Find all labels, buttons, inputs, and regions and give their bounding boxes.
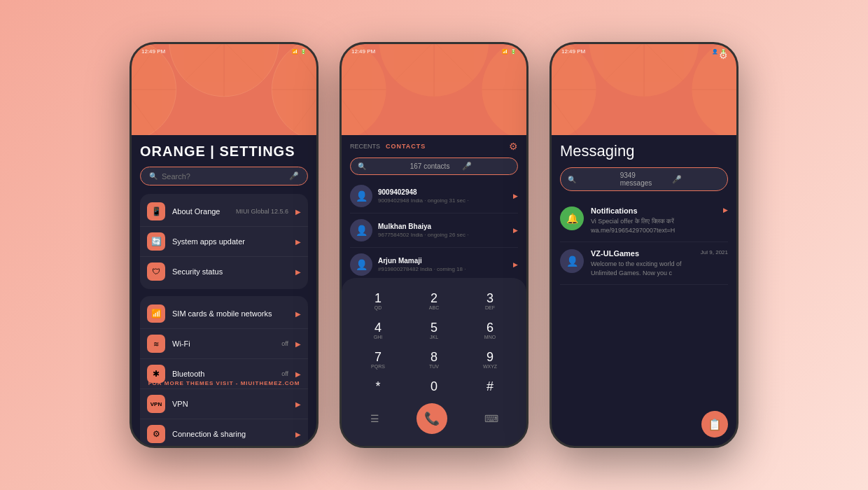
security-label: Security status [172,267,288,276]
msg-mic-icon[interactable]: 🎤 [672,175,720,184]
vpn-arrow: ▶ [295,400,301,408]
contact-info-2: Arjun Mamaji #919800278482 India · comin… [378,257,507,272]
contact-play-2[interactable]: ▶ [513,261,518,268]
connection-label: Connection & sharing [172,430,288,438]
contact-name-1: Mulkhan Bhaiya [378,223,507,230]
settings-item-sim[interactable]: 📶 SIM cards & mobile networks ▶ [140,299,308,329]
bluetooth-arrow: ▶ [295,370,301,378]
phones-container: 12:49 PM 📶 🔋 ORANGE | SETTINGS 🔍 🎤 📱 Abo… [130,42,738,448]
phone2-status-icons: 📶 🔋 [502,48,517,55]
security-icon: 🛡 [147,262,165,281]
bluetooth-label: Bluetooth [172,370,274,378]
msg-avatar-1: 👤 [560,249,584,273]
contact-detail-0: 9009402948 India · ongoing 31 sec · [378,197,507,204]
call-button[interactable]: 📞 [416,403,447,434]
dial-key-hash[interactable]: # [463,376,517,398]
signal-icon-2: 📶 [502,49,508,55]
dial-key-1[interactable]: 1QD [351,288,405,314]
phone2-status-bar: 12:49 PM 📶 🔋 [342,48,526,55]
updater-label: System apps updater [172,237,288,246]
settings-item-about[interactable]: 📱 About Orange MIUI Global 12.5.6 ▶ [140,197,308,227]
dial-key-4[interactable]: 4GHI [351,317,405,344]
tab-recents[interactable]: RECENTS [350,143,380,150]
sim-arrow: ▶ [295,310,301,318]
dial-key-8[interactable]: 8TUV [407,346,461,373]
messaging-gear-icon[interactable]: ⚙ [719,50,728,61]
contact-info-1: Mulkhan Bhaiya 9677584502 India · ongoin… [378,223,507,238]
dial-key-2[interactable]: 2ABC [407,288,461,314]
search-icon: 🔍 [149,172,158,180]
contact-play-0[interactable]: ▶ [513,192,518,200]
msg-play-0[interactable]: ▶ [723,206,728,214]
tab-contacts[interactable]: CONTACTS [386,143,426,150]
contact-avatar-1: 👤 [350,219,372,241]
sim-icon: 📶 [147,304,165,323]
updater-arrow: ▶ [295,238,301,246]
phone-settings: 12:49 PM 📶 🔋 ORANGE | SETTINGS 🔍 🎤 📱 Abo… [130,42,318,448]
dial-key-star[interactable]: * [351,376,405,398]
about-label: About Orange [172,207,229,216]
contacts-mic-icon[interactable]: 🎤 [462,162,510,171]
settings-item-security[interactable]: 🛡 Security status ▶ [140,257,308,286]
dial-key-0[interactable]: 0 [407,376,461,398]
msg-body-1: VZ-ULGames Welcome to the exciting world… [591,249,694,277]
dialer-keypad-icon[interactable]: ⌨ [484,413,498,424]
phone1-content: ORANGE | SETTINGS 🔍 🎤 📱 About Orange MIU… [132,135,316,446]
settings-item-vpn[interactable]: VPN VPN ▶ [140,389,308,419]
dialer-panel: 1QD 2ABC 3DEF 4GHI 5JKL 6MNO 7PQRS 8TUV … [342,278,526,446]
settings-group-2: 📶 SIM cards & mobile networks ▶ ≋ Wi-Fi … [140,296,308,446]
dial-key-9[interactable]: 9WXYZ [463,346,517,373]
settings-search-bar[interactable]: 🔍 🎤 [140,167,308,186]
settings-item-wifi[interactable]: ≋ Wi-Fi off ▶ [140,329,308,359]
dial-grid: 1QD 2ABC 3DEF 4GHI 5JKL 6MNO 7PQRS 8TUV … [351,288,517,398]
msg-sender-1: VZ-ULGames [591,249,694,258]
mic-icon[interactable]: 🎤 [289,172,299,181]
contact-item-0[interactable]: 👤 9009402948 9009402948 India · ongoing … [350,179,518,214]
contacts-search-placeholder: 167 contacts [410,162,458,170]
dial-key-7[interactable]: 7PQRS [351,346,405,373]
contacts-header: RECENTS CONTACTS ⚙ [342,135,526,158]
signal-icon-3: 👤 [712,49,718,55]
settings-group-1: 📱 About Orange MIUI Global 12.5.6 ▶ 🔄 Sy… [140,194,308,289]
wifi-icon: ≋ [147,335,165,353]
contact-item-2[interactable]: 👤 Arjun Mamaji #919800278482 India · com… [350,248,518,282]
msg-search-placeholder: 9349 messages [620,172,668,187]
msg-item-0[interactable]: 🔔 Notifications Vi Special offer के लिए … [560,200,728,242]
contact-detail-1: 9677584502 India · ongoing 26 sec · [378,232,507,238]
dial-key-6[interactable]: 6MNO [463,317,517,344]
compose-button[interactable]: 📋 [701,411,728,438]
msg-time-1: Jul 9, 2021 [701,249,728,255]
msg-search-icon: 🔍 [568,176,616,183]
security-arrow: ▶ [295,268,301,276]
phone3-header: 12:49 PM 👤 🔋 ⚙ [552,44,736,135]
updater-icon: 🔄 [147,232,165,251]
phone3-time: 12:49 PM [561,48,585,55]
msg-avatar-0: 🔔 [560,206,584,230]
about-value: MIUI Global 12.5.6 [236,208,288,215]
settings-search-input[interactable] [162,172,285,181]
contact-play-1[interactable]: ▶ [513,227,518,234]
settings-item-updater[interactable]: 🔄 System apps updater ▶ [140,227,308,257]
vpn-icon: VPN [147,395,165,413]
phone3-status-bar: 12:49 PM 👤 🔋 [552,48,736,55]
phone-contacts: 12:49 PM 📶 🔋 RECENTS CONTACTS ⚙ 🔍 167 co… [340,42,528,448]
dial-key-5[interactable]: 5JKL [407,317,461,344]
msg-search-bar[interactable]: 🔍 9349 messages 🎤 [560,167,728,191]
phone1-time: 12:49 PM [141,48,165,55]
dialer-menu-icon[interactable]: ☰ [370,413,379,424]
wifi-label: Wi-Fi [172,340,274,348]
contact-item-1[interactable]: 👤 Mulkhan Bhaiya 9677584502 India · ongo… [350,214,518,248]
contacts-tabs: RECENTS CONTACTS [350,143,426,150]
msg-sender-0: Notifications [591,206,716,215]
contacts-search-bar[interactable]: 🔍 167 contacts 🎤 [350,158,518,175]
contacts-search-icon: 🔍 [358,162,406,170]
watermark: FOR MORE THEMES VISIT - MIUITHEMEZ.COM [132,380,316,386]
msg-item-1[interactable]: 👤 VZ-ULGames Welcome to the exciting wor… [560,242,728,285]
contact-avatar-0: 👤 [350,185,372,207]
phone2-content: RECENTS CONTACTS ⚙ 🔍 167 contacts 🎤 👤 90… [342,135,526,446]
about-arrow: ▶ [295,208,301,216]
phone2-time: 12:49 PM [351,48,375,55]
settings-item-connection[interactable]: ⚙ Connection & sharing ▶ [140,419,308,446]
contacts-gear-icon[interactable]: ⚙ [509,141,518,152]
dial-key-3[interactable]: 3DEF [463,288,517,314]
